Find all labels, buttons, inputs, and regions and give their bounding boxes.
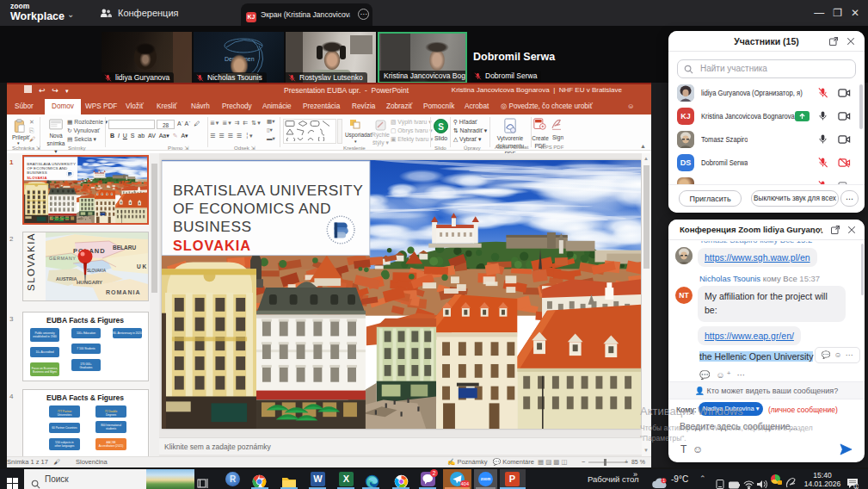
svg-text:SLOVAKIA: SLOVAKIA bbox=[26, 232, 36, 291]
svg-text:other languages: other languages bbox=[55, 444, 75, 448]
svg-text:Accreditation (2021): Accreditation (2021) bbox=[99, 444, 124, 448]
svg-text:1: 1 bbox=[662, 479, 665, 483]
svg-text:1: 1 bbox=[855, 484, 858, 489]
svg-text:GERMANY: GERMANY bbox=[49, 256, 76, 261]
svg-text:HUNGARY: HUNGARY bbox=[77, 280, 102, 285]
svg-text:7 100 Students: 7 100 Students bbox=[77, 347, 95, 350]
svg-text:U K: U K bbox=[137, 263, 147, 269]
svg-text:80. Anniversary in 2020: 80. Anniversary in 2020 bbox=[113, 331, 142, 335]
svg-text:AUSTRIA: AUSTRIA bbox=[56, 276, 77, 282]
svg-text:BELARU: BELARU bbox=[113, 244, 136, 251]
svg-text:100+ Education: 100+ Education bbox=[77, 331, 95, 335]
svg-text:Universities: Universities bbox=[58, 413, 72, 417]
svg-text:EUBA Facts & Figures: EUBA Facts & Figures bbox=[46, 393, 124, 402]
svg-text:ROMANIA: ROMANIA bbox=[106, 289, 140, 295]
svg-text:OF ECONOMICS AND: OF ECONOMICS AND bbox=[173, 200, 331, 217]
svg-text:Graduates: Graduates bbox=[80, 366, 93, 369]
svg-text:BRATISLAVA UNIVERSITY: BRATISLAVA UNIVERSITY bbox=[173, 182, 363, 199]
svg-text:SLOVAKIA: SLOVAKIA bbox=[87, 269, 106, 273]
svg-text:60 Partner Countries: 60 Partner Countries bbox=[52, 426, 77, 430]
svg-text:10+ Accredited: 10+ Accredited bbox=[35, 350, 53, 354]
svg-text:BUSINESS: BUSINESS bbox=[173, 218, 252, 235]
svg-text:EUBA Facts & Figures: EUBA Facts & Figures bbox=[46, 316, 124, 325]
svg-text:established in 1940: established in 1940 bbox=[33, 335, 57, 338]
svg-text:Business and Mgmt: Business and Mgmt bbox=[33, 370, 57, 374]
svg-text:SLOVAKIA: SLOVAKIA bbox=[173, 238, 251, 253]
svg-text:students: students bbox=[106, 427, 116, 430]
svg-text:Degrees: Degrees bbox=[106, 413, 116, 417]
